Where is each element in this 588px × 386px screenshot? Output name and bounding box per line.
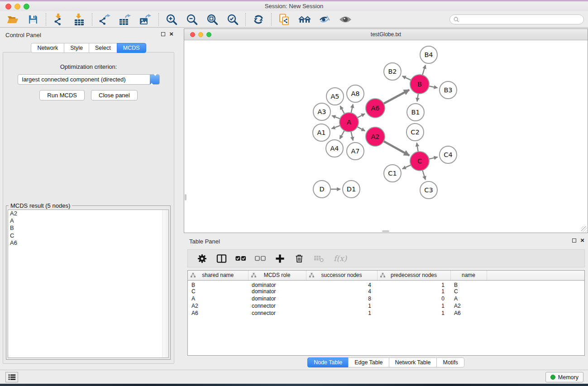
graph-node-A3[interactable]: A3 [313,103,330,120]
graph-node-D1[interactable]: D1 [343,181,360,198]
column-header-predecessor-nodes[interactable]: predecessor nodes [377,271,450,280]
edge-B-B4[interactable] [422,65,425,75]
table-cell[interactable]: 0 [377,295,450,302]
table-cell[interactable]: A2 [450,302,487,310]
optimization-select[interactable]: largest connected component (directed) [18,74,160,85]
network-close-button[interactable] [190,32,195,37]
table-cell[interactable]: connector [248,310,306,317]
import-network-icon[interactable] [53,13,65,26]
graph-node-A[interactable]: A [339,113,359,132]
column-header-MCDS-role[interactable]: MCDS role [248,271,306,280]
close-panel-button[interactable]: Close panel [91,90,138,100]
edge-A2-C[interactable] [383,141,409,155]
tab-motifs[interactable]: Motifs [436,357,464,367]
import-table-icon[interactable] [73,13,86,26]
table-cell[interactable]: C [188,288,248,295]
table-row[interactable]: Cdominator41C [188,288,584,295]
table-cell[interactable]: connector [248,302,306,310]
edge-A-A6[interactable] [358,114,365,118]
tab-select[interactable]: Select [89,43,117,53]
graph-node-D[interactable]: D [313,181,330,198]
network-window-titlebar[interactable]: testGlobe.txt [184,29,588,40]
eye-icon[interactable] [339,13,352,26]
edge-B-B1[interactable] [417,94,418,101]
export-table-icon[interactable] [119,13,132,26]
edge-A-A2[interactable] [357,127,365,131]
function-builder-icon[interactable]: f(x) [334,254,347,263]
graph-node-A5[interactable]: A5 [326,88,344,105]
table-cell[interactable]: B [188,280,248,288]
graph-node-B3[interactable]: B3 [440,81,457,99]
graph-node-C[interactable]: C [410,152,429,171]
show-columns-icon[interactable] [216,254,227,263]
delete-icon[interactable] [294,254,305,263]
table-cell[interactable]: 1 [377,302,450,310]
table-cell[interactable]: A6 [450,310,487,317]
column-header-successor-nodes[interactable]: successor nodes [306,271,377,280]
select-all-icon[interactable] [235,255,246,262]
tab-network-table[interactable]: Network Table [389,357,437,367]
export-network-icon[interactable] [99,13,111,26]
network-canvas[interactable]: AA1A2A3A4A5A6A7A8BB1B2B3B4CC1C2C3C4DD1 [184,41,588,233]
float-panel-icon[interactable] [161,32,165,36]
table-cell[interactable]: 1 [377,288,450,295]
edge-C-C1[interactable] [402,165,411,169]
zoom-out-icon[interactable] [186,13,198,26]
table-cell[interactable]: B [450,280,487,288]
graph-node-C2[interactable]: C2 [406,124,424,141]
tab-mcds[interactable]: MCDS [117,43,146,53]
edge-B-B2[interactable] [402,76,411,80]
graph-node-A8[interactable]: A8 [347,85,364,102]
table-cell[interactable]: 1 [306,310,377,317]
column-header-name[interactable]: name [450,271,487,280]
zoom-selected-icon[interactable] [226,13,239,26]
mcds-result-item[interactable]: A [8,217,168,224]
network-minimize-button[interactable] [198,32,203,37]
table-row[interactable]: Bdominator41B [188,280,584,288]
mcds-result-item[interactable]: A6 [8,239,168,247]
task-history-button[interactable] [5,372,18,382]
edge-C-C2[interactable] [417,143,418,152]
table-cell[interactable]: 8 [306,295,377,302]
graph-node-B[interactable]: B [410,75,429,94]
edge-A-A8[interactable] [351,104,353,113]
table-cell[interactable]: A [450,295,487,302]
open-file-icon[interactable] [6,13,19,26]
graph-node-A2[interactable]: A2 [366,127,385,146]
refresh-icon[interactable] [252,13,265,26]
table-cell[interactable]: 4 [306,288,377,295]
settings-gear-icon[interactable] [196,254,207,263]
duplicate-network-icon[interactable] [278,13,291,26]
graph-node-A6[interactable]: A6 [366,99,385,118]
horizontal-scrollbar[interactable] [382,230,389,232]
tab-node-table[interactable]: Node Table [307,357,349,367]
graph-node-C1[interactable]: C1 [384,165,401,182]
graph-node-B1[interactable]: B1 [407,104,424,121]
save-session-icon[interactable] [27,13,39,26]
graph-node-B4[interactable]: B4 [420,46,437,63]
edge-C-C3[interactable] [422,170,425,180]
table-row[interactable]: Adominator80A [188,295,584,302]
zoom-fit-icon[interactable] [206,13,219,26]
table-cell[interactable]: C [450,288,487,295]
table-cell[interactable]: A6 [188,310,248,317]
graph-node-A1[interactable]: A1 [313,124,330,141]
tab-edge-table[interactable]: Edge Table [348,357,389,367]
close-window-button[interactable] [5,4,11,10]
edge-A-A5[interactable] [340,106,345,114]
edge-A-A1[interactable] [332,125,340,129]
mcds-result-item[interactable]: B [8,224,168,232]
edge-A-A4[interactable] [340,130,344,139]
delete-table-icon[interactable] [313,254,324,263]
mcds-result-item[interactable]: C [8,232,168,239]
close-table-panel-icon[interactable]: × [580,238,584,243]
add-icon[interactable] [274,254,285,263]
table-cell[interactable]: 1 [377,310,450,317]
edge-A-A3[interactable] [332,116,340,119]
mcds-result-item[interactable]: A2 [8,210,168,217]
eye-slash-icon[interactable] [319,13,331,26]
zoom-in-icon[interactable] [165,13,178,26]
graph-node-A7[interactable]: A7 [347,143,364,160]
mcds-result-list[interactable]: A2ABCA6 [8,210,169,358]
table-cell[interactable]: 4 [306,280,377,288]
